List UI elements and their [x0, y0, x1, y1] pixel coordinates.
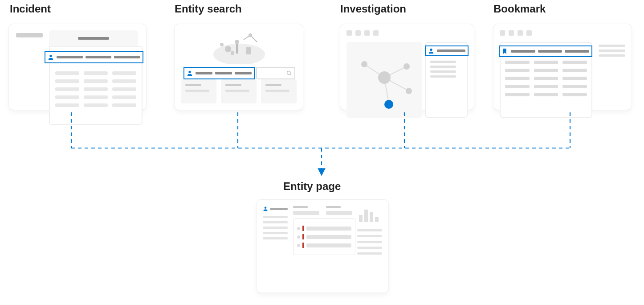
svg-point-5 [249, 33, 252, 37]
user-icon [263, 206, 268, 211]
entity-middle-col [293, 206, 355, 255]
window-chrome-icons [346, 30, 379, 36]
svg-point-20 [384, 100, 393, 109]
entity-left-col [263, 206, 288, 243]
source-label-entity-search: Entity search [175, 3, 242, 15]
target-label-entity-page: Entity page [283, 180, 341, 193]
svg-point-4 [235, 40, 239, 44]
graph-canvas [346, 42, 422, 118]
incident-thumbnail [9, 24, 146, 110]
svg-rect-23 [359, 215, 363, 222]
search-input-placeholder[interactable] [256, 67, 295, 79]
svg-rect-26 [375, 217, 379, 222]
svg-point-21 [430, 49, 432, 51]
investigation-thumbnail [340, 24, 474, 110]
svg-point-22 [265, 207, 267, 209]
alert-row [297, 243, 351, 248]
source-label-bookmark: Bookmark [493, 3, 546, 15]
user-icon [187, 70, 193, 76]
svg-point-7 [220, 43, 224, 46]
bookmark-thumbnail [493, 24, 632, 110]
entity-right-col [357, 206, 382, 258]
side-info [599, 42, 625, 59]
alert-row [297, 234, 351, 239]
entity-page-thumbnail [257, 200, 388, 293]
panel-header [49, 30, 138, 46]
entity-link-search[interactable] [183, 67, 255, 79]
svg-line-11 [290, 74, 291, 75]
bookmark-icon [502, 48, 508, 54]
search-illustration-icon [206, 29, 273, 64]
result-cards [181, 79, 297, 103]
entity-search-thumbnail [175, 24, 303, 110]
svg-point-1 [213, 44, 265, 64]
svg-point-19 [406, 88, 412, 94]
window-chrome-icons [500, 30, 532, 36]
svg-point-9 [188, 71, 191, 73]
source-label-investigation: Investigation [340, 3, 406, 15]
alerts-list [293, 218, 355, 255]
network-graph-icon [346, 42, 422, 118]
sidebar-placeholder [16, 33, 43, 37]
bar-chart-icon [357, 206, 382, 224]
svg-point-17 [361, 61, 367, 67]
svg-rect-25 [370, 212, 373, 222]
user-icon [428, 48, 434, 54]
svg-rect-8 [231, 51, 234, 55]
entity-link-bookmark[interactable] [499, 45, 592, 57]
svg-point-16 [378, 71, 391, 84]
svg-point-2 [225, 46, 231, 52]
svg-rect-3 [236, 44, 238, 54]
source-label-incident: Incident [10, 3, 51, 15]
svg-point-0 [49, 55, 52, 57]
entity-link-investigation[interactable] [425, 45, 469, 56]
user-icon [48, 54, 54, 60]
svg-point-18 [404, 63, 410, 70]
entity-link-incident[interactable] [45, 51, 143, 63]
svg-point-10 [287, 71, 291, 75]
alert-row [297, 226, 351, 231]
svg-rect-6 [246, 47, 251, 54]
magnifier-icon [286, 70, 292, 76]
svg-rect-24 [364, 210, 368, 222]
